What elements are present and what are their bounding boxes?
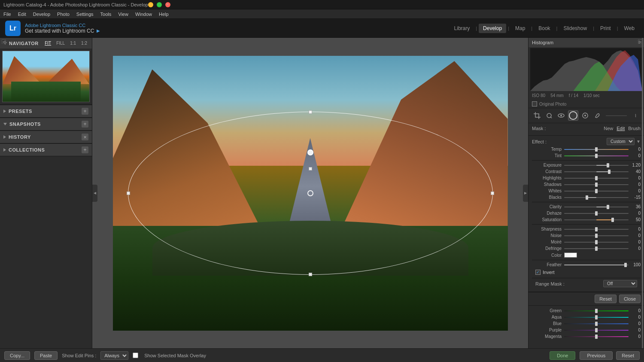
magenta-slider-track[interactable] [564, 336, 629, 337]
defringe-slider-thumb[interactable] [595, 246, 598, 251]
menu-edit[interactable]: Edit [18, 12, 26, 17]
sharpness-slider-thumb[interactable] [595, 227, 598, 231]
crop-tool[interactable] [532, 110, 542, 121]
menu-develop[interactable]: Develop [33, 12, 50, 17]
presets-header[interactable]: Presets + [0, 105, 92, 117]
reset-develop-btn[interactable]: Reset [616, 351, 640, 360]
aqua-slider-thumb[interactable] [595, 315, 598, 319]
graduated-filter-tool[interactable] [568, 110, 578, 121]
saturation-slider-track[interactable] [564, 219, 629, 220]
paste-btn[interactable]: Paste [34, 351, 58, 360]
color-swatch[interactable] [564, 252, 577, 258]
zoom-1-btn[interactable]: 1:1 [69, 40, 77, 46]
blacks-slider-track[interactable] [564, 197, 629, 198]
minimize-btn[interactable]: — [148, 2, 153, 7]
right-panel-collapse[interactable]: ▶ [523, 185, 528, 202]
presets-add-btn[interactable]: + [82, 108, 88, 115]
radial-filter-tool[interactable] [580, 110, 590, 121]
close-button[interactable]: Close [619, 295, 641, 303]
maximize-btn[interactable]: □ [157, 2, 162, 7]
feather-slider-track[interactable] [564, 265, 629, 265]
zoom-fill-btn[interactable]: FILL [55, 40, 66, 46]
menu-view[interactable]: View [118, 12, 128, 17]
module-web[interactable]: Web [620, 24, 639, 33]
shadows-slider-thumb[interactable] [595, 183, 598, 187]
image-area[interactable] [92, 38, 528, 348]
collections-add-btn[interactable]: + [82, 146, 88, 153]
red-eye-tool[interactable] [556, 110, 566, 121]
noise-slider-track[interactable] [564, 235, 629, 236]
saturation-slider-thumb[interactable] [611, 218, 614, 222]
spot-removal-tool[interactable] [544, 110, 554, 121]
exposure-slider-track[interactable] [564, 165, 629, 166]
module-map[interactable]: Map [511, 24, 529, 33]
dehaze-slider-thumb[interactable] [595, 211, 598, 216]
snapshots-header[interactable]: Snapshots + [0, 118, 92, 130]
module-slideshow[interactable]: Slideshow [559, 24, 591, 33]
whites-slider-thumb[interactable] [595, 189, 598, 193]
magenta-slider-thumb[interactable] [595, 335, 598, 339]
left-panel-collapse[interactable]: ◀ [92, 185, 97, 202]
done-btn[interactable]: Done [550, 351, 575, 360]
clarity-slider-track[interactable] [564, 207, 629, 207]
menu-settings[interactable]: Settings [76, 12, 94, 17]
close-btn[interactable]: ✕ [165, 2, 170, 7]
contrast-slider-track[interactable] [564, 171, 629, 172]
green-slider-thumb[interactable] [595, 309, 598, 313]
highlights-slider-track[interactable] [564, 178, 629, 179]
adjustment-brush[interactable] [592, 110, 602, 121]
purple-slider-thumb[interactable] [595, 328, 598, 332]
history-clear-btn[interactable]: ✕ [82, 134, 88, 140]
whites-slider-track[interactable] [564, 191, 629, 192]
previous-btn[interactable]: Previous [580, 351, 613, 360]
temp-slider-thumb[interactable] [595, 147, 598, 152]
effect-select[interactable]: Custom [607, 138, 635, 145]
navigator-thumbnail[interactable] [2, 51, 90, 102]
tint-slider-thumb[interactable] [595, 154, 598, 158]
moire-slider-track[interactable] [564, 242, 629, 243]
module-book[interactable]: Book [534, 24, 554, 33]
collections-header[interactable]: Collections + [0, 143, 92, 156]
history-header[interactable]: History ✕ [0, 131, 92, 143]
menu-photo[interactable]: Photo [57, 12, 70, 17]
menu-help[interactable]: Help [159, 12, 169, 17]
feather-slider-thumb[interactable] [624, 263, 627, 267]
defringe-slider-track[interactable] [564, 248, 629, 249]
sharpness-slider-track[interactable] [564, 229, 629, 230]
dehaze-slider-track[interactable] [564, 213, 629, 214]
module-develop[interactable]: Develop [479, 24, 506, 33]
snapshots-add-btn[interactable]: + [82, 121, 88, 128]
aqua-slider-track[interactable] [564, 317, 629, 318]
zoom-2-btn[interactable]: 1:2 [80, 40, 88, 46]
menu-tools[interactable]: Tools [100, 12, 112, 17]
copy-btn[interactable]: Copy... [4, 351, 30, 360]
mask-edit-btn[interactable]: Edit [617, 126, 625, 131]
temp-slider-track[interactable] [564, 149, 629, 150]
blue-slider-track[interactable] [564, 323, 629, 324]
green-slider-track[interactable] [564, 310, 629, 311]
tint-slider-track[interactable] [564, 155, 629, 156]
invert-checkbox[interactable]: ✓ [535, 270, 541, 275]
moire-slider-thumb[interactable] [595, 240, 598, 244]
highlights-slider-thumb[interactable] [595, 176, 598, 180]
mask-brush-btn[interactable]: Brush [628, 126, 641, 131]
purple-slider-track[interactable] [564, 330, 629, 331]
navigator-header[interactable]: Navigator FIT FILL 1:1 1:2 [0, 38, 92, 49]
noise-slider-thumb[interactable] [595, 234, 598, 238]
show-edit-pins-select[interactable]: Always Auto Never [100, 351, 128, 360]
reset-button[interactable]: Reset [595, 295, 617, 303]
blacks-slider-thumb[interactable] [586, 195, 588, 200]
menu-window[interactable]: Window [135, 12, 152, 17]
module-print[interactable]: Print [596, 24, 615, 33]
zoom-fit-btn[interactable]: FIT [43, 40, 52, 46]
show-mask-checkbox[interactable] [133, 353, 138, 358]
tone-curve-btn[interactable]: ⌇ [630, 110, 641, 121]
range-mask-select[interactable]: Off Luminance Color [603, 280, 637, 287]
original-photo-checkbox[interactable] [532, 101, 537, 106]
menu-file[interactable]: File [3, 12, 11, 17]
shadows-slider-track[interactable] [564, 184, 629, 185]
blue-slider-thumb[interactable] [595, 322, 598, 326]
contrast-slider-thumb[interactable] [608, 170, 611, 174]
mask-new-btn[interactable]: New [604, 126, 613, 131]
module-library[interactable]: Library [450, 24, 474, 33]
